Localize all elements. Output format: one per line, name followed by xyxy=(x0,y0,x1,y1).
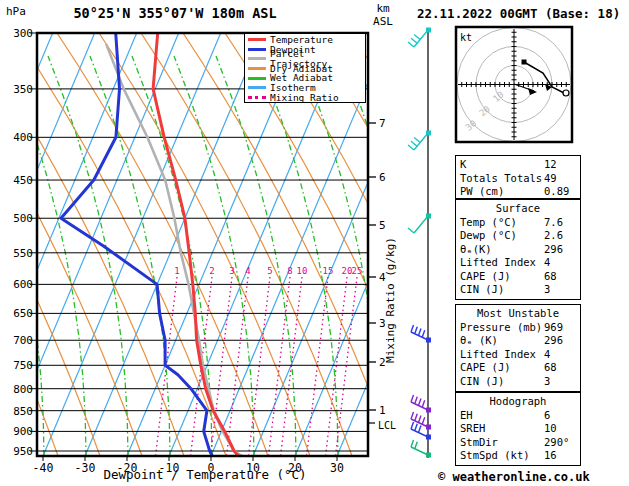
dry-adiabat-swatch-icon xyxy=(248,67,266,70)
pressure-tick-label: 450 xyxy=(13,174,33,187)
hodograph-trace-end-marker xyxy=(563,90,569,96)
row-value: 7.6 xyxy=(544,216,563,230)
mixing-ratio-line xyxy=(269,277,290,456)
table-row: θₑ (K)296 xyxy=(456,334,580,348)
table-row: StmDir290° xyxy=(456,436,580,450)
panel-title: Surface xyxy=(456,202,580,216)
row-label: SREH xyxy=(460,422,485,434)
row-value: 16 xyxy=(544,449,557,463)
mixing-ratio-value: 10 xyxy=(297,266,308,276)
mixing-ratio-swatch-icon xyxy=(248,96,266,99)
row-label: EH xyxy=(460,409,473,421)
row-label: StmSpd (kt) xyxy=(460,449,530,461)
table-row: Lifted Index4 xyxy=(456,256,580,270)
pressure-tick-label: 750 xyxy=(13,359,33,372)
pressure-tick-label: 300 xyxy=(13,27,33,40)
table-row: CIN (J)3 xyxy=(456,283,580,297)
legend-item-label: Mixing Ratio xyxy=(270,93,339,103)
table-row: Lifted Index4 xyxy=(456,348,580,362)
table-row: SREH10 xyxy=(456,422,580,436)
row-label: K xyxy=(460,158,466,170)
row-value: 296 xyxy=(544,243,563,257)
row-label: θₑ(K) xyxy=(460,243,492,255)
mixing-ratio-value: 15 xyxy=(323,266,334,276)
mixing-ratio-value: 1 xyxy=(174,266,179,276)
pressure-tick-label: 900 xyxy=(13,425,33,438)
table-row: StmSpd (kt)16 xyxy=(456,449,580,463)
mixing-ratio-value: 5 xyxy=(267,266,272,276)
indices-panel: K12Totals Totals49PW (cm)0.89 xyxy=(455,155,581,199)
temperature-swatch-icon xyxy=(248,38,266,41)
mixing-ratio-axis-title: Mixing Ratio (g/kg) xyxy=(384,237,397,363)
pressure-tick-label: 850 xyxy=(13,405,33,418)
hodograph-ring-value: 20 xyxy=(477,104,492,119)
isotherm-swatch-icon xyxy=(248,86,266,89)
indices-panel: HodographEH6SREH10StmDir290°StmSpd (kt)1… xyxy=(455,392,581,466)
legend-item: Mixing Ratio xyxy=(248,93,365,103)
pressure-tick-label: 700 xyxy=(13,334,33,347)
copyright-label: © weatheronline.co.uk xyxy=(438,470,590,484)
table-row: EH6 xyxy=(456,409,580,423)
datetime-label: 22.11.2022 00GMT (Base: 18) xyxy=(417,6,620,21)
station-title: 50°25'N 355°07'W 180m ASL xyxy=(45,5,305,21)
hodograph-unit-label: kt xyxy=(460,32,472,43)
row-label: Totals Totals xyxy=(460,172,542,184)
row-label: StmDir xyxy=(460,436,498,448)
pressure-tick-label: 950 xyxy=(13,445,33,458)
row-label: Lifted Index xyxy=(460,256,536,268)
table-row: Pressure (mb)969 xyxy=(456,321,580,335)
lcl-label: LCL xyxy=(378,420,396,431)
row-label: PW (cm) xyxy=(460,185,504,197)
mixing-ratio-value: 3 xyxy=(229,266,234,276)
temperature-tick-label: -40 xyxy=(33,461,54,475)
hodograph-ring-value: 30 xyxy=(464,118,479,133)
row-value: 4 xyxy=(544,348,550,362)
row-label: CAPE (J) xyxy=(460,270,511,282)
table-row: Temp (°C)7.6 xyxy=(456,216,580,230)
hodograph-trace xyxy=(524,62,564,93)
pressure-tick-label: 550 xyxy=(13,247,33,260)
mixing-ratio-value: 25 xyxy=(352,266,363,276)
row-value: 68 xyxy=(544,361,557,375)
row-value: 290° xyxy=(544,436,569,450)
mixing-ratio-value: 8 xyxy=(287,266,292,276)
row-label: CIN (J) xyxy=(460,283,504,295)
row-value: 49 xyxy=(544,172,557,186)
pressure-tick-label: 500 xyxy=(13,212,33,225)
pressure-tick-label: 800 xyxy=(13,383,33,396)
indices-panel: Most UnstablePressure (mb)969θₑ (K)296Li… xyxy=(455,304,581,392)
mixing-ratio-value: 4 xyxy=(245,266,250,276)
table-row: PW (cm)0.89 xyxy=(456,185,580,199)
parcel-trajectory-curve xyxy=(107,45,242,456)
km-tick-label: 1 xyxy=(379,404,386,417)
mixing-ratio-line xyxy=(249,277,270,456)
mixing-ratio-line xyxy=(336,277,357,456)
x-axis-title: Dewpoint / Temperature (°C) xyxy=(75,467,335,482)
panel-title: Hodograph xyxy=(456,395,580,409)
row-value: 296 xyxy=(544,334,563,348)
panel-title: Most Unstable xyxy=(456,307,580,321)
dewpoint-swatch-icon xyxy=(248,48,266,51)
pressure-tick-label: 650 xyxy=(13,307,33,320)
table-row: K12 xyxy=(456,158,580,172)
table-row: Dewp (°C)2.6 xyxy=(456,229,580,243)
pressure-tick-label: 400 xyxy=(13,131,33,144)
parcel-trajectory-swatch-icon xyxy=(248,57,266,60)
row-value: 0.89 xyxy=(544,185,569,199)
altitude-unit-asl: ASL xyxy=(369,15,397,28)
indices-panel: SurfaceTemp (°C)7.6Dewp (°C)2.6θₑ(K)296L… xyxy=(455,199,581,300)
pressure-tick-label: 350 xyxy=(13,83,33,96)
row-value: 68 xyxy=(544,270,557,284)
km-tick-label: 6 xyxy=(379,171,386,184)
row-label: Lifted Index xyxy=(460,348,536,360)
table-row: θₑ(K)296 xyxy=(456,243,580,257)
hodograph-trace-start-marker xyxy=(522,60,527,65)
km-tick-label: 7 xyxy=(379,117,386,130)
legend: TemperatureDewpointParcel TrajectoryDry … xyxy=(244,33,366,103)
hodograph-ring-value: 10 xyxy=(491,89,506,104)
row-value: 4 xyxy=(544,256,550,270)
mixing-ratio-line xyxy=(227,277,248,456)
mixing-ratio-line xyxy=(326,277,347,456)
row-value: 2.6 xyxy=(544,229,563,243)
row-value: 10 xyxy=(544,422,557,436)
